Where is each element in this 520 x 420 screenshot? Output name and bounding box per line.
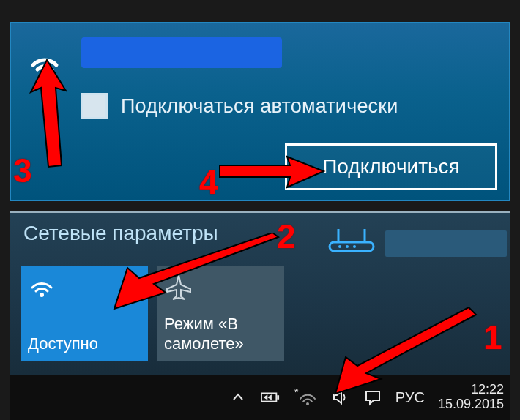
- network-flyout-top: Подключаться автоматически Подключиться: [10, 22, 510, 201]
- language-indicator[interactable]: РУС: [395, 389, 425, 406]
- wifi-network-item[interactable]: [24, 39, 496, 83]
- svg-rect-3: [330, 242, 374, 251]
- svg-rect-9: [277, 395, 279, 400]
- taskbar: * РУС 12:22 15.09.2015: [10, 375, 510, 420]
- airplane-icon: [164, 273, 193, 307]
- wifi-icon: [28, 273, 56, 305]
- auto-connect-checkbox[interactable]: [81, 93, 108, 119]
- tile-wifi-label: Доступно: [28, 334, 98, 353]
- svg-point-7: [40, 293, 44, 297]
- battery-icon[interactable]: [261, 388, 280, 407]
- action-center-icon[interactable]: [363, 388, 382, 407]
- svg-text:*: *: [294, 389, 299, 398]
- tile-plane-label: Режим «В самолете»: [164, 315, 284, 353]
- clock-time: 12:22: [471, 383, 504, 397]
- svg-point-11: [306, 402, 309, 405]
- connect-button-label: Подключиться: [322, 155, 460, 179]
- annotation-step-1: 1: [483, 318, 503, 357]
- auto-connect-row: Подключаться автоматически: [81, 93, 398, 119]
- router-icon: [327, 228, 378, 257]
- svg-point-0: [42, 71, 48, 78]
- clock[interactable]: 12:22 15.09.2015: [438, 383, 504, 412]
- annotation-step-2: 2: [277, 217, 297, 256]
- svg-point-4: [338, 245, 341, 248]
- volume-icon[interactable]: [331, 388, 350, 407]
- tray-chevron-icon[interactable]: [229, 388, 248, 407]
- tile-wifi[interactable]: Доступно: [21, 266, 148, 361]
- annotation-step-3: 3: [13, 151, 33, 190]
- router-ssid-redacted: [385, 230, 507, 257]
- auto-connect-label: Подключаться автоматически: [121, 95, 398, 118]
- wifi-unavailable-icon[interactable]: *: [293, 388, 318, 407]
- tile-airplane-mode[interactable]: Режим «В самолете»: [157, 266, 284, 361]
- svg-point-5: [346, 245, 349, 248]
- network-flyout-bottom: Сетевые параметры Доступно: [10, 211, 510, 375]
- ssid-redacted: [81, 37, 282, 68]
- clock-date: 15.09.2015: [438, 397, 504, 412]
- annotation-step-4: 4: [199, 162, 219, 202]
- section-title: Сетевые параметры: [23, 222, 218, 245]
- connect-button[interactable]: Подключиться: [285, 143, 497, 190]
- wifi-icon: [24, 39, 65, 80]
- svg-point-6: [353, 245, 356, 248]
- system-tray: * РУС 12:22 15.09.2015: [229, 375, 504, 420]
